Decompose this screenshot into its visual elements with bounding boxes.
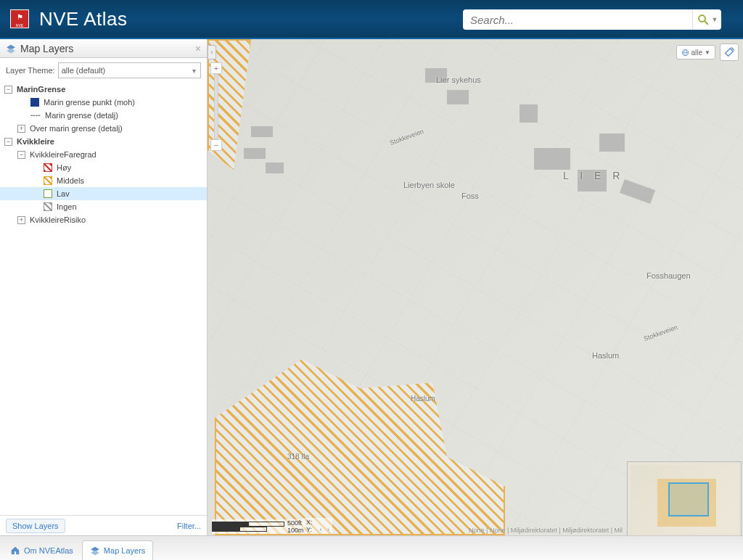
tree-item-ingen[interactable]: Ingen [0, 200, 207, 213]
map-attribution: None | None | Miljødirektoratet | Miljød… [469, 527, 623, 534]
panel-header: Map Layers × [0, 39, 207, 58]
svg-marker-8 [91, 550, 99, 555]
map-layers-panel: Map Layers × Layer Theme: alle (default)… [0, 39, 208, 535]
zoom-control: + − [210, 62, 222, 151]
theme-label: Layer Theme: [6, 66, 55, 75]
map-label: L I E R [563, 170, 624, 181]
tools-button[interactable] [720, 44, 739, 61]
zoom-slider[interactable] [214, 74, 218, 139]
coord-nav[interactable]: ‹ › [320, 526, 330, 533]
panel-footer: Show Layers Filter... [0, 515, 207, 535]
app-title: NVE Atlas [39, 8, 128, 30]
tree-group-maringrense[interactable]: −MarinGrense [0, 83, 207, 96]
zoom-in-button[interactable]: + [210, 62, 222, 74]
map-label: Lierbyen skole [403, 181, 455, 189]
tree-group-kvikkleire[interactable]: −Kvikkleire [0, 135, 207, 148]
map-label: Foss [461, 192, 479, 200]
layers-icon [90, 545, 100, 556]
svg-point-0 [699, 15, 705, 22]
legend-hatch-icon [44, 202, 52, 211]
map-label: Fosshaugen [646, 271, 691, 280]
expand-icon[interactable]: + [17, 125, 25, 133]
overview-extent[interactable] [668, 482, 709, 516]
map-label: Lier sykehus [436, 75, 481, 84]
home-icon [10, 545, 20, 556]
legend-hatch-icon [44, 189, 52, 198]
panel-title: Map Layers [20, 43, 195, 54]
show-layers-button[interactable]: Show Layers [6, 519, 65, 533]
legend-square-icon [30, 98, 39, 107]
legend-hatch-icon [44, 163, 52, 172]
tree-item-lav[interactable]: Lav [0, 187, 207, 200]
collapse-icon[interactable]: − [4, 138, 12, 146]
zoom-out-button[interactable]: − [210, 139, 222, 151]
search-input[interactable] [463, 14, 692, 26]
bottom-tab-bar: Om NVEAtlas Map Layers [0, 535, 743, 560]
layer-theme-row: Layer Theme: alle (default) [0, 58, 207, 83]
close-icon[interactable]: × [195, 43, 201, 54]
layer-tree: −MarinGrense Marin grense punkt (moh) ╌╌… [0, 83, 207, 515]
layer-theme-select[interactable]: alle (default) [58, 62, 201, 78]
search-box: ▼ [463, 9, 721, 30]
search-icon [697, 13, 710, 26]
svg-marker-3 [7, 48, 15, 53]
nve-logo: ⚑ NVE [10, 9, 29, 28]
map-label: 318 Ila [287, 453, 309, 461]
legend-dash-icon: ╌╌ [30, 111, 41, 120]
tree-item-marin-punkt[interactable]: Marin grense punkt (moh) [0, 96, 207, 109]
svg-line-1 [705, 21, 708, 25]
tree-item-over-marin[interactable]: +Over marin grense (detalj) [0, 122, 207, 135]
chevron-down-icon: ▼ [712, 16, 718, 23]
basemap-switcher[interactable]: alle ▼ [676, 45, 716, 59]
map-canvas[interactable]: L I E R Lierbyen skole Lier sykehus Foss… [208, 39, 743, 535]
layers-icon [6, 44, 16, 54]
tree-group-faregrad[interactable]: −KvikkleireFaregrad [0, 148, 207, 161]
tree-item-middels[interactable]: Middels [0, 174, 207, 187]
tree-item-marin-detalj[interactable]: ╌╌Marin grense (detalj) [0, 109, 207, 122]
sidebar-collapse-handle[interactable]: ‹ [208, 45, 216, 59]
expand-icon[interactable]: + [17, 216, 25, 224]
tab-om-nveatlas[interactable]: Om NVEAtlas [3, 541, 81, 560]
map-label: Haslum [411, 395, 435, 403]
globe-icon [681, 49, 689, 57]
map-label: Haslum [592, 351, 619, 360]
tree-item-hoy[interactable]: Høy [0, 161, 207, 174]
overview-map[interactable] [627, 461, 742, 535]
tree-item-risiko[interactable]: +KvikkleireRisiko [0, 213, 207, 226]
legend-hatch-icon [44, 176, 52, 185]
coordinate-readout: X:Y: ‹ › [303, 518, 332, 534]
app-header: ⚑ NVE NVE Atlas ▼ [0, 0, 743, 39]
tools-icon [723, 46, 735, 58]
collapse-icon[interactable]: − [4, 86, 12, 94]
tab-map-layers[interactable]: Map Layers [82, 540, 153, 560]
filter-link[interactable]: Filter... [177, 522, 201, 530]
search-button[interactable]: ▼ [692, 9, 721, 30]
collapse-icon[interactable]: − [17, 151, 25, 159]
scale-bar: 500ft 100m [212, 519, 304, 534]
